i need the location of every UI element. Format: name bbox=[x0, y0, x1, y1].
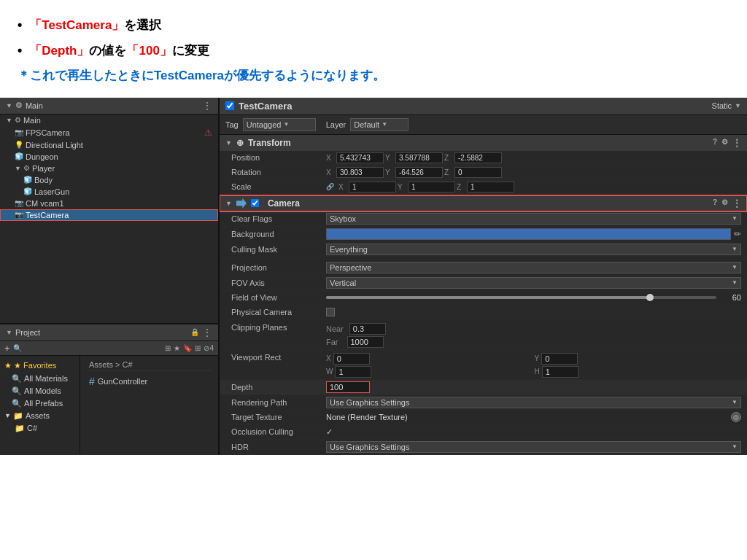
target-texture-picker[interactable]: ◎ bbox=[731, 412, 741, 422]
project-panel: ▼ Project 🔒 ⋮ + 🔍 ⊞ ★ 🔖 ⊞ ⊘4 bbox=[0, 324, 218, 455]
viewport-x-input[interactable] bbox=[333, 353, 370, 365]
rotation-row: Rotation X Y Z bbox=[220, 166, 747, 180]
background-picker-icon[interactable]: ✏ bbox=[734, 229, 741, 239]
sidebar-item-csharp[interactable]: 📁 C# bbox=[0, 422, 80, 435]
hierarchy-label-dungeon: Dungeon bbox=[26, 152, 58, 161]
clipping-planes-label: Clipping Planes bbox=[231, 323, 326, 332]
fov-slider-track[interactable] bbox=[326, 296, 716, 299]
rot-x-input[interactable] bbox=[336, 167, 384, 178]
camera-title: Camera bbox=[268, 198, 300, 209]
tag-value: Untagged bbox=[247, 120, 282, 129]
grid-icon[interactable]: ⊞ bbox=[195, 344, 201, 352]
layer-dropdown[interactable]: Default ▼ bbox=[350, 118, 409, 131]
search-icon[interactable]: 🔍 bbox=[13, 344, 22, 352]
pos-z-input[interactable] bbox=[454, 152, 502, 163]
transform-icon: ⊕ bbox=[236, 138, 244, 148]
fov-slider-thumb[interactable] bbox=[646, 294, 654, 301]
hdr-label: HDR bbox=[231, 443, 326, 451]
csharp-icon-guncontroller: # bbox=[89, 376, 95, 387]
hierarchy-menu-icon[interactable]: ⋮ bbox=[202, 100, 212, 112]
instruction-note: ＊これで再生したときにTestCameraが優先するようになります。 bbox=[18, 65, 729, 88]
far-input[interactable] bbox=[347, 336, 384, 348]
sidebar-item-prefabs[interactable]: 🔍 All Prefabs bbox=[0, 397, 80, 410]
transform-menu-icon[interactable]: ⋮ bbox=[732, 138, 741, 148]
camera-menu-icon[interactable]: ⋮ bbox=[732, 198, 741, 209]
viewport-y-input[interactable] bbox=[541, 353, 578, 365]
scale-y-input[interactable] bbox=[408, 182, 455, 192]
near-input[interactable] bbox=[349, 323, 386, 335]
projection-arrow: ▼ bbox=[732, 264, 738, 271]
static-dropdown-arrow[interactable]: ▼ bbox=[735, 102, 741, 109]
static-label: Static bbox=[712, 101, 732, 110]
folder-header-assets[interactable]: ▼ 📁 Assets bbox=[0, 410, 80, 422]
hierarchy-item-directionallight[interactable]: 💡 Directional Light bbox=[0, 139, 218, 151]
hierarchy-item-testcamera[interactable]: 📷 TestCamera bbox=[0, 209, 218, 221]
transform-header: ▼ ⊕ Transform ? ⚙ ⋮ bbox=[220, 135, 747, 151]
transform-settings-icon[interactable]: ⚙ bbox=[721, 138, 728, 148]
pos-x-input[interactable] bbox=[336, 152, 384, 163]
camera-icon-fps: 📷 bbox=[15, 128, 23, 136]
hierarchy-item-body[interactable]: 🧊 Body bbox=[0, 174, 218, 186]
tag-label: Tag bbox=[225, 120, 239, 129]
hierarchy-item-cm-vcam1[interactable]: 📷 CM vcam1 bbox=[0, 198, 218, 209]
scale-x-input[interactable] bbox=[349, 182, 396, 192]
hierarchy-label-fpscamera: FPSCamera bbox=[26, 128, 70, 137]
culling-mask-dropdown[interactable]: Everything ▼ bbox=[326, 244, 741, 255]
pos-y-input[interactable] bbox=[395, 152, 443, 163]
sidebar-item-models[interactable]: 🔍 All Models bbox=[0, 385, 80, 397]
hierarchy-item-main[interactable]: ▼ ⚙ Main bbox=[0, 114, 218, 126]
viewport-h-input[interactable] bbox=[542, 366, 578, 378]
hierarchy-item-lasergun[interactable]: 🧊 LaserGun bbox=[0, 186, 218, 198]
depth-row: Depth bbox=[220, 380, 747, 395]
occlusion-culling-check[interactable]: ✓ bbox=[326, 427, 333, 436]
hdr-row: HDR Use Graphics Settings ▼ bbox=[220, 440, 747, 455]
viewport-w-input[interactable] bbox=[335, 366, 371, 378]
project-menu-icon[interactable]: ⋮ bbox=[202, 327, 212, 338]
culling-mask-arrow: ▼ bbox=[732, 246, 738, 252]
scale-z-input[interactable] bbox=[467, 182, 514, 192]
hierarchy-item-player[interactable]: ▼ ⚙ Player bbox=[0, 163, 218, 174]
depth-input[interactable] bbox=[326, 381, 370, 393]
folder-icon-csharp: 📁 bbox=[15, 424, 25, 433]
camera-help-icon[interactable]: ? bbox=[713, 198, 717, 209]
rot-z-input[interactable] bbox=[454, 167, 502, 178]
occlusion-culling-label: Occlusion Culling bbox=[231, 427, 326, 436]
inspector-top: TestCamera Static ▼ bbox=[220, 98, 747, 115]
rendering-path-dropdown[interactable]: Use Graphics Settings ▼ bbox=[326, 397, 741, 408]
clear-flags-dropdown[interactable]: Skybox ▼ bbox=[326, 213, 741, 225]
hdr-dropdown[interactable]: Use Graphics Settings ▼ bbox=[326, 441, 741, 453]
asset-label-guncontroller: GunController bbox=[98, 377, 147, 386]
rot-y-input[interactable] bbox=[395, 167, 443, 178]
clear-flags-label: Clear Flags bbox=[231, 214, 326, 223]
culling-mask-text: Everything bbox=[330, 245, 368, 254]
physical-camera-checkbox[interactable] bbox=[326, 308, 335, 316]
project-toolbar: + 🔍 ⊞ ★ 🔖 ⊞ ⊘4 bbox=[0, 341, 218, 356]
star-icon[interactable]: ★ bbox=[174, 344, 180, 352]
add-button[interactable]: + bbox=[4, 343, 10, 354]
background-color-swatch[interactable] bbox=[326, 228, 731, 240]
rot-y-label: Y bbox=[385, 168, 394, 176]
hierarchy-item-label-main: Main bbox=[23, 116, 41, 125]
rotation-label: Rotation bbox=[231, 168, 326, 176]
field-of-view-label: Field of View bbox=[231, 293, 326, 302]
folder-icon-assets: 📁 bbox=[13, 411, 23, 421]
physical-camera-label: Physical Camera bbox=[231, 308, 326, 316]
sidebar-item-materials[interactable]: 🔍 All Materials bbox=[0, 373, 80, 385]
projection-dropdown[interactable]: Perspective ▼ bbox=[326, 262, 741, 273]
hierarchy-item-dungeon[interactable]: 🧊 Dungeon bbox=[0, 151, 218, 163]
tag-dropdown[interactable]: Untagged ▼ bbox=[243, 118, 316, 131]
hierarchy-item-fpscamera[interactable]: 📷 FPSCamera ⚠ bbox=[0, 126, 218, 139]
static-control: Static ▼ bbox=[712, 101, 741, 110]
bookmark-icon[interactable]: 🔖 bbox=[183, 344, 192, 352]
transform-help-icon[interactable]: ? bbox=[713, 138, 717, 148]
target-texture-text: None (Render Texture) bbox=[326, 413, 408, 421]
camera-enabled-checkbox[interactable] bbox=[251, 199, 259, 207]
fov-axis-dropdown[interactable]: Vertical ▼ bbox=[326, 277, 741, 289]
object-enabled-checkbox[interactable] bbox=[225, 101, 234, 110]
camera-section: ▼ Camera ? ⚙ ⋮ Clear Flags Skybox ▼ bbox=[220, 195, 747, 455]
columns-icon[interactable]: ⊞ bbox=[165, 344, 171, 352]
fov-slider-fill bbox=[326, 296, 650, 299]
background-label: Background bbox=[231, 230, 326, 238]
camera-settings-icon[interactable]: ⚙ bbox=[721, 198, 728, 209]
asset-item-guncontroller[interactable]: # GunController bbox=[86, 374, 212, 389]
